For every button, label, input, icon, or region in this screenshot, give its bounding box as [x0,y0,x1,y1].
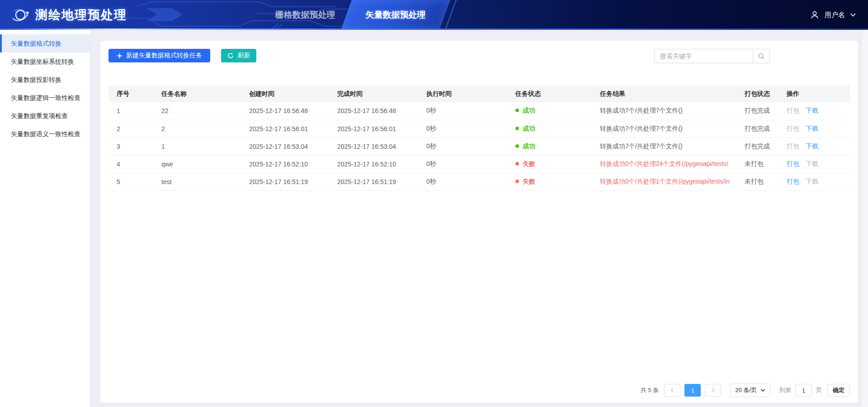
cell-finished-time: 2025-12-17 16:56:48 [329,102,418,120]
cell-task-name: 1 [153,137,241,155]
sidebar-item-vector-duplicate-check[interactable]: 矢量数据重复项检查 [0,107,90,125]
table-row: 4qwe2025-12-17 16:52:102025-12-17 16:52:… [108,155,850,173]
col-task-status: 任务状态 [507,86,592,102]
refresh-button[interactable]: 刷新 [221,49,256,62]
cell-task-name: 2 [153,120,241,137]
cell-pack-status: 打包完成 [736,137,778,155]
goto-prefix-label: 到第 [779,386,791,394]
download-link[interactable]: 下载 [806,125,818,132]
goto-page-input[interactable] [795,384,812,397]
sidebar-item-label: 矢量数据重复项检查 [11,112,68,119]
cell-task-status: 成功 [507,137,592,155]
cell-task-status: 失败 [507,155,592,173]
cell-task-status: 成功 [507,120,592,137]
chevron-down-icon [760,388,765,392]
content-card: 新建矢量数据格式转换任务 刷新 序 [100,41,858,402]
goto-confirm-button[interactable]: 确定 [827,384,850,397]
cell-created-time: 2025-12-17 16:56:48 [241,102,329,120]
result-text: 转换成功7个/共处理7个文件() [600,107,683,114]
top-tabs: 栅格数据预处理 矢量数据预处理 [262,0,443,30]
page-size-label: 20 条/页 [735,386,757,394]
table-row: 222025-12-17 16:56:012025-12-17 16:56:01… [108,120,850,137]
sidebar-item-label: 矢量数据格式转换 [11,40,61,47]
download-link: 下载 [806,178,818,185]
page-size-select[interactable]: 20 条/页 [730,383,770,397]
cell-exec-time: 0秒 [418,173,507,190]
download-link: 下载 [806,160,818,167]
status-dot-icon [515,180,519,183]
cell-operations: 打包下载 [778,137,850,155]
toolbar: 新建矢量数据格式转换任务 刷新 [108,49,850,63]
pack-link[interactable]: 打包 [787,160,799,167]
cell-exec-time: 0秒 [418,137,507,155]
pagination-total: 共 5 条 [641,386,659,394]
pack-link: 打包 [787,125,799,132]
cell-task-name: 22 [153,102,241,120]
search-input[interactable] [654,49,753,63]
user-menu[interactable]: 用户名 [810,0,856,30]
pack-link[interactable]: 打包 [787,178,799,185]
sidebar-item-vector-semantic-consistency-check[interactable]: 矢量数据语义一致性检查 [0,125,90,143]
sidebar-item-label: 矢量数据逻辑一致性检查 [11,94,80,101]
cell-exec-time: 0秒 [418,120,507,137]
plus-icon [117,53,123,59]
cell-index: 1 [108,102,153,120]
sidebar-item-label: 矢量数据投影转换 [11,76,61,83]
cell-pack-status: 未打包 [736,155,778,173]
result-text: 转换成功7个/共处理7个文件() [600,125,683,132]
page-1-button[interactable]: 1 [684,384,701,397]
cell-index: 2 [108,120,153,137]
cell-task-status: 成功 [507,102,592,120]
cell-exec-time: 0秒 [418,102,507,120]
cell-task-result: 转换成功0个/共处理24个文件(/pygeoapi/tests/ [592,155,736,173]
status-text: 失败 [523,178,535,185]
vertical-scrollbar[interactable] [861,30,868,407]
table-row: 5test2025-12-17 16:51:192025-12-17 16:51… [108,173,850,190]
chevron-left-icon [670,388,675,393]
col-index: 序号 [108,86,153,102]
cell-created-time: 2025-12-17 16:53:04 [241,137,329,155]
search-group [654,49,770,63]
logo-icon [11,5,30,24]
task-table-body: 1222025-12-17 16:56:482025-12-17 16:56:4… [108,102,850,190]
result-text: 转换成功7个/共处理7个文件() [600,142,683,150]
pack-link: 打包 [787,142,799,150]
cell-finished-time: 2025-12-17 16:51:19 [329,173,418,190]
app-title: 测绘地理预处理 [35,7,127,23]
sidebar-item-vector-projection-conversion[interactable]: 矢量数据投影转换 [0,71,90,89]
cell-pack-status: 打包完成 [736,120,778,137]
cell-task-name: qwe [153,155,241,173]
task-table: 序号 任务名称 创建时间 完成时间 执行时间 任务状态 任务结果 打包状态 操作… [108,86,850,191]
cell-operations: 打包下载 [778,155,850,173]
tab-vector-preprocessing[interactable]: 矢量数据预处理 [348,0,443,30]
cell-created-time: 2025-12-17 16:52:10 [241,155,329,173]
tab-raster-preprocessing[interactable]: 栅格数据预处理 [262,0,348,30]
cell-operations: 打包下载 [778,173,850,190]
search-button[interactable] [753,49,770,63]
sidebar-item-vector-coordinate-system-conversion[interactable]: 矢量数据坐标系统转换 [0,52,90,71]
cell-created-time: 2025-12-17 16:56:01 [241,120,329,137]
status-text: 成功 [523,107,535,114]
col-exec-time: 执行时间 [418,86,507,102]
status-text: 失败 [523,160,535,167]
next-page-button[interactable] [705,384,721,397]
col-task-result: 任务结果 [592,86,736,102]
prev-page-button[interactable] [664,384,680,397]
download-link[interactable]: 下载 [806,142,818,150]
new-task-button[interactable]: 新建矢量数据格式转换任务 [108,49,210,62]
sidebar-item-vector-logical-consistency-check[interactable]: 矢量数据逻辑一致性检查 [0,89,90,107]
cell-finished-time: 2025-12-17 16:52:10 [329,155,418,173]
chevron-down-icon [850,13,856,17]
cell-index: 4 [108,155,153,173]
sidebar-item-label: 矢量数据坐标系统转换 [11,58,74,65]
sidebar-item-vector-format-conversion[interactable]: 矢量数据格式转换 [0,34,90,52]
status-text: 成功 [523,142,535,150]
tab-label: 栅格数据预处理 [275,9,335,21]
cell-index: 5 [108,173,153,190]
download-link[interactable]: 下载 [806,107,818,114]
col-pack-status: 打包状态 [736,86,778,102]
col-finished-time: 完成时间 [329,86,418,102]
cell-created-time: 2025-12-17 16:51:19 [241,173,329,190]
pagination: 共 5 条 1 20 条/页 到第 页 确定 [641,383,850,397]
user-icon [810,10,820,20]
